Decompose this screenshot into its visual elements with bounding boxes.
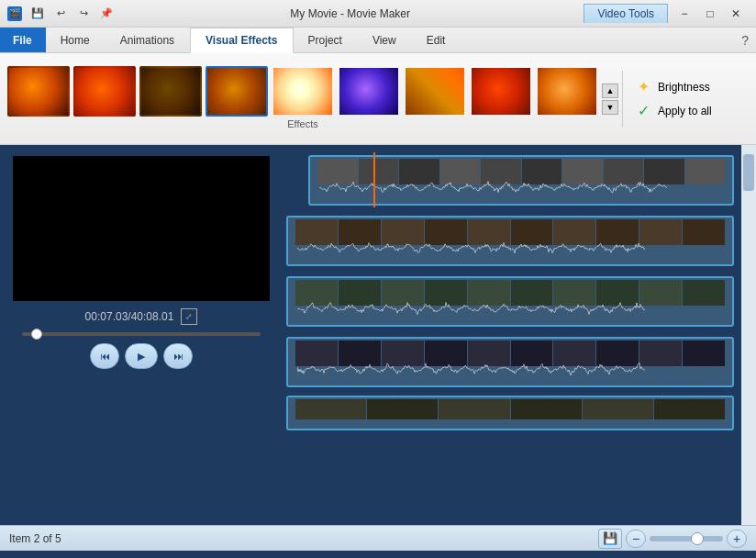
app-icon-area: 🎬 <box>7 6 22 21</box>
marker-btn[interactable]: 📌 <box>96 5 117 23</box>
thumb-mini <box>639 219 682 245</box>
zoom-slider[interactable] <box>650 536 723 541</box>
apply-to-all-label: Apply to all <box>658 105 712 117</box>
effect-thumb-2[interactable] <box>73 66 136 117</box>
window-controls: − □ ✕ <box>672 1 749 27</box>
timeline-panel <box>283 145 741 525</box>
time-code: 00:07.03/40:08.01 <box>85 310 174 323</box>
thumb-mini <box>439 399 509 419</box>
redo-btn[interactable]: ↪ <box>73 5 94 23</box>
tab-view[interactable]: View <box>358 28 412 52</box>
thumb-mini <box>639 340 682 366</box>
effect-thumb-1[interactable] <box>7 66 70 117</box>
effects-label: Effects <box>287 117 317 131</box>
zoom-controls: 💾 − + <box>598 529 747 549</box>
table-row <box>286 395 734 431</box>
clip-arrow-right-2 <box>732 216 734 265</box>
status-text: Item 2 of 5 <box>9 532 587 545</box>
thumb-mini <box>685 159 726 184</box>
save-button[interactable]: 💾 <box>598 529 622 549</box>
zoom-handle[interactable] <box>691 532 704 545</box>
close-btn[interactable]: ✕ <box>723 1 749 27</box>
effects-section: Effects <box>7 66 598 131</box>
clip-strip-1[interactable] <box>308 155 734 206</box>
thumb-mini <box>683 280 725 306</box>
timeline-scrollbar[interactable] <box>741 145 756 525</box>
app-title: My Movie - Movie Maker <box>117 7 584 20</box>
time-display-row: 00:07.03/40:08.01 ⤢ <box>85 308 198 325</box>
zoom-in-btn[interactable]: + <box>727 530 747 548</box>
effect-thumb-5[interactable] <box>272 66 334 117</box>
playhead <box>373 152 375 207</box>
clip-thumbnails-5 <box>295 399 725 419</box>
table-row <box>286 213 734 268</box>
timeline-area <box>283 145 756 525</box>
thumb-mini <box>683 340 725 366</box>
clip-strip-4[interactable] <box>286 337 734 387</box>
thumb-mini <box>511 399 582 419</box>
effects-ribbon: Effects ▲ ▼ ✦ Brightness ✓ Apply to all <box>0 53 756 145</box>
thumb-mini <box>583 399 653 419</box>
app-icon: 🎬 <box>7 6 22 21</box>
video-tools-container: Video Tools <box>584 4 672 23</box>
apply-to-all-option[interactable]: ✓ Apply to all <box>634 102 712 120</box>
thumb-mini <box>295 399 366 419</box>
tab-file[interactable]: File <box>0 28 46 52</box>
video-preview <box>13 156 270 301</box>
preview-panel: 00:07.03/40:08.01 ⤢ ⏮ ▶ ⏭ <box>0 145 283 525</box>
effects-options: ✦ Brightness ✓ Apply to all <box>622 71 723 128</box>
quick-access-toolbar: 💾 ↩ ↪ 📌 <box>28 5 117 23</box>
apply-icon: ✓ <box>634 102 652 120</box>
tab-project[interactable]: Project <box>294 28 358 52</box>
effects-scroll-up[interactable]: ▲ <box>602 84 618 98</box>
effects-scroll-down[interactable]: ▼ <box>602 100 618 115</box>
effect-thumb-8[interactable] <box>470 66 532 117</box>
brightness-option[interactable]: ✦ Brightness <box>634 78 712 96</box>
table-row <box>286 273 734 329</box>
waveform-1 <box>319 178 668 196</box>
zoom-out-btn[interactable]: − <box>626 530 646 548</box>
clip-arrow-left-3 <box>286 276 288 326</box>
clip-strip-2[interactable] <box>286 216 734 266</box>
effect-thumb-3[interactable] <box>139 66 202 117</box>
thumb-mini <box>654 399 725 419</box>
effects-scroll-controls: ▲ ▼ <box>602 84 618 115</box>
effect-thumb-9[interactable] <box>536 66 598 117</box>
scrollbar-thumb[interactable] <box>743 154 754 191</box>
clip-arrow-right-3 <box>732 276 734 326</box>
brightness-label: Brightness <box>658 81 710 94</box>
clip-arrow-right-1 <box>732 155 734 205</box>
brightness-icon: ✦ <box>634 78 652 96</box>
play-btn[interactable]: ▶ <box>125 343 158 369</box>
clip-strip-3[interactable] <box>286 276 734 327</box>
tab-animations[interactable]: Animations <box>106 28 190 52</box>
waveform-4 <box>297 360 646 378</box>
waveform-2 <box>297 239 646 257</box>
main-area: 00:07.03/40:08.01 ⤢ ⏮ ▶ ⏭ <box>0 145 756 525</box>
table-row <box>286 152 734 207</box>
ribbon-tabs: File Home Animations Visual Effects Proj… <box>0 28 756 53</box>
effects-grid <box>7 66 598 117</box>
clip-arrow-left-2 <box>286 216 288 265</box>
maximize-btn[interactable]: □ <box>697 1 723 27</box>
minimize-btn[interactable]: − <box>672 1 697 27</box>
undo-btn[interactable]: ↩ <box>50 5 71 23</box>
effect-thumb-6[interactable] <box>338 66 400 117</box>
table-row <box>286 334 734 389</box>
tab-edit[interactable]: Edit <box>412 28 461 52</box>
fullscreen-icon[interactable]: ⤢ <box>181 308 197 325</box>
prev-frame-btn[interactable]: ⏮ <box>90 343 119 369</box>
seek-handle[interactable] <box>31 329 42 340</box>
clip-arrow-left-4 <box>286 337 288 386</box>
ribbon-help[interactable]: ? <box>734 28 756 52</box>
save-quick-btn[interactable]: 💾 <box>28 5 48 23</box>
seek-bar[interactable] <box>22 332 261 336</box>
clip-strip-5[interactable] <box>286 396 734 430</box>
next-frame-btn[interactable]: ⏭ <box>163 343 193 369</box>
effect-thumb-7[interactable] <box>404 66 466 117</box>
video-tools-tab[interactable]: Video Tools <box>584 4 668 23</box>
tab-visual-effects[interactable]: Visual Effects <box>190 28 293 53</box>
tab-home[interactable]: Home <box>46 28 106 52</box>
effect-thumb-4-selected[interactable] <box>206 66 268 117</box>
thumb-mini <box>683 219 725 245</box>
